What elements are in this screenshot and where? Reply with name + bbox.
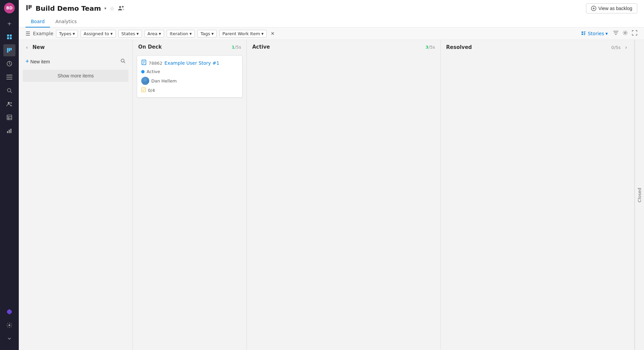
types-filter[interactable]: Types ▾ bbox=[56, 30, 78, 38]
stories-selector[interactable]: Stories ▾ bbox=[581, 31, 608, 36]
column-on-deck-header: On Deck 1/5s bbox=[133, 40, 247, 53]
search-column-button[interactable] bbox=[120, 58, 126, 65]
svg-rect-31 bbox=[584, 32, 586, 32]
closed-label: Closed bbox=[637, 188, 642, 202]
user-avatar[interactable]: BD bbox=[4, 3, 15, 13]
svg-point-22 bbox=[9, 325, 10, 326]
svg-rect-44 bbox=[142, 88, 146, 92]
title-dropdown[interactable]: ▾ bbox=[104, 6, 106, 11]
svg-rect-3 bbox=[10, 37, 12, 39]
column-resolved-header: Resolved 0/5s › bbox=[441, 40, 634, 53]
svg-rect-15 bbox=[7, 115, 12, 120]
column-new-title: New bbox=[33, 44, 45, 50]
new-item-row: + New item bbox=[23, 56, 128, 67]
menu-icon[interactable] bbox=[3, 71, 15, 83]
svg-rect-23 bbox=[26, 5, 28, 10]
svg-rect-6 bbox=[10, 48, 12, 50]
left-sidebar: BD + bbox=[0, 0, 19, 350]
filter-toggle-icon[interactable]: ☰ bbox=[25, 31, 30, 37]
svg-point-14 bbox=[10, 102, 12, 104]
filter-settings-icon[interactable] bbox=[613, 30, 619, 37]
svg-rect-20 bbox=[9, 130, 10, 133]
card-tasks: 0/4 bbox=[141, 88, 238, 93]
states-filter[interactable]: States ▾ bbox=[118, 30, 142, 38]
assignee-name: Dan Hellem bbox=[151, 78, 177, 83]
close-filter-button[interactable]: ✕ bbox=[269, 30, 276, 38]
query-icon[interactable] bbox=[3, 84, 15, 97]
svg-point-11 bbox=[7, 89, 11, 92]
closed-column[interactable]: Closed bbox=[635, 40, 644, 350]
settings-icon[interactable] bbox=[3, 319, 15, 331]
tags-filter[interactable]: Tags ▾ bbox=[198, 30, 217, 38]
column-active: Active 3/5s bbox=[247, 40, 441, 350]
board-title: Build Demo Team bbox=[36, 4, 101, 12]
fullscreen-icon[interactable] bbox=[632, 30, 637, 37]
main-content: Build Demo Team ▾ ☆ View as backlog Boar… bbox=[19, 0, 644, 350]
column-active-header: Active 3/5s bbox=[247, 40, 440, 53]
board-icon[interactable] bbox=[3, 44, 15, 56]
show-more-button[interactable]: Show more items bbox=[23, 70, 128, 82]
card-status-text: Active bbox=[147, 69, 160, 74]
sprint-icon[interactable] bbox=[3, 58, 15, 70]
status-indicator bbox=[141, 70, 145, 73]
svg-line-37 bbox=[124, 62, 125, 63]
column-new-body: + New item Show more items bbox=[19, 53, 132, 350]
new-item-button[interactable]: + New item bbox=[25, 58, 50, 65]
svg-rect-32 bbox=[584, 33, 585, 33]
plus-icon[interactable]: + bbox=[3, 17, 15, 30]
area-filter[interactable]: Area ▾ bbox=[145, 30, 164, 38]
tasks-icon bbox=[141, 88, 146, 93]
column-new: ‹ New + New item Show more items bbox=[19, 40, 133, 350]
column-resolved-body bbox=[441, 53, 634, 350]
column-active-body bbox=[247, 53, 440, 350]
chart-icon[interactable] bbox=[3, 125, 15, 137]
svg-point-42 bbox=[144, 78, 147, 81]
column-on-deck-title: On Deck bbox=[138, 44, 162, 50]
gear-settings-icon[interactable] bbox=[623, 30, 628, 37]
svg-rect-5 bbox=[9, 48, 10, 51]
svg-rect-24 bbox=[29, 5, 30, 9]
assigned-to-filter[interactable]: Assigned to ▾ bbox=[80, 30, 116, 38]
view-backlog-button[interactable]: View as backlog bbox=[586, 3, 637, 13]
column-new-header: ‹ New bbox=[19, 40, 132, 53]
svg-rect-1 bbox=[10, 35, 12, 37]
card-type-icon bbox=[141, 60, 147, 66]
column-nav-right[interactable]: › bbox=[623, 44, 629, 51]
svg-point-26 bbox=[119, 6, 121, 8]
team-members-icon[interactable] bbox=[118, 5, 124, 12]
svg-rect-10 bbox=[6, 79, 12, 79]
collapse-icon[interactable] bbox=[3, 333, 15, 345]
home-icon[interactable] bbox=[3, 31, 15, 43]
board-area: ‹ New + New item Show more items bbox=[19, 40, 644, 350]
card-title[interactable]: Example User Story #1 bbox=[164, 60, 219, 66]
tab-analytics[interactable]: Analytics bbox=[50, 16, 82, 27]
column-on-deck: On Deck 1/5s 78862 Example User Story #1 bbox=[133, 40, 247, 350]
column-nav-left[interactable]: ‹ bbox=[24, 44, 30, 51]
iteration-filter[interactable]: Iteration ▾ bbox=[167, 30, 195, 38]
parent-work-item-filter[interactable]: Parent Work Item ▾ bbox=[219, 30, 267, 38]
column-resolved-count: 0/5s bbox=[611, 45, 621, 50]
svg-rect-8 bbox=[6, 75, 12, 75]
plugin-icon[interactable] bbox=[3, 306, 15, 318]
card-id: 78862 bbox=[149, 61, 162, 66]
column-on-deck-body: 78862 Example User Story #1 Active Dan H… bbox=[133, 53, 247, 350]
svg-rect-2 bbox=[7, 37, 9, 39]
svg-rect-19 bbox=[7, 131, 8, 133]
card-status: Active bbox=[141, 69, 238, 74]
svg-point-35 bbox=[625, 32, 626, 34]
column-on-deck-count: 1/5s bbox=[232, 45, 241, 50]
table-icon[interactable] bbox=[3, 111, 15, 123]
svg-point-36 bbox=[121, 59, 124, 62]
favorite-icon[interactable]: ☆ bbox=[110, 5, 114, 12]
page-tabs: Board Analytics bbox=[25, 16, 637, 27]
members-icon[interactable] bbox=[3, 98, 15, 110]
svg-point-43 bbox=[143, 82, 148, 85]
column-active-count: 3/5s bbox=[426, 45, 435, 50]
svg-line-12 bbox=[10, 92, 12, 93]
work-item-card[interactable]: 78862 Example User Story #1 Active Dan H… bbox=[137, 55, 243, 98]
tab-board[interactable]: Board bbox=[25, 16, 50, 27]
filter-toolbar: ☰ Example Types ▾ Assigned to ▾ States ▾… bbox=[19, 27, 644, 40]
card-assignee: Dan Hellem bbox=[141, 77, 238, 85]
svg-rect-30 bbox=[582, 34, 583, 35]
board-title-icon bbox=[25, 4, 32, 12]
